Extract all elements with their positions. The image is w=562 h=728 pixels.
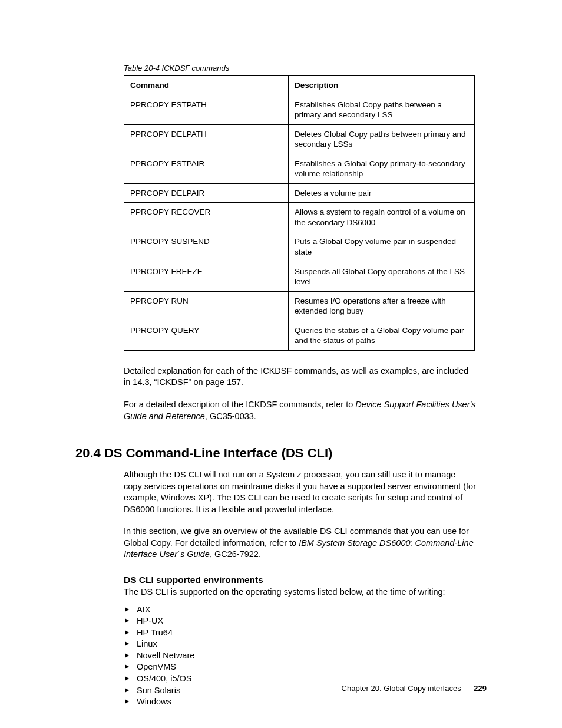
cmd-cell: PPRCOPY QUERY xyxy=(124,321,289,351)
header-command: Command xyxy=(124,75,289,95)
desc-cell: Deletes Global Copy paths between primar… xyxy=(289,124,475,154)
table-row: PPRCOPY DELPAIRDeletes a volume pair xyxy=(124,183,475,203)
cmd-cell: PPRCOPY RECOVER xyxy=(124,203,289,232)
cmd-cell: PPRCOPY ESTPATH xyxy=(124,95,289,124)
list-item: HP Tru64 xyxy=(124,627,476,639)
list-item: OS/400, i5/OS xyxy=(124,673,476,685)
list-item: Windows xyxy=(124,696,476,708)
table-row: PPRCOPY RECOVERAllows a system to regain… xyxy=(124,203,475,232)
text: , GC26-7922. xyxy=(210,549,261,559)
desc-cell: Allows a system to regain control of a v… xyxy=(289,203,475,232)
list-item: Linux xyxy=(124,638,476,650)
list-item: HP-UX xyxy=(124,615,476,627)
cmd-cell: PPRCOPY ESTPAIR xyxy=(124,154,289,183)
list-item: Novell Netware xyxy=(124,650,476,662)
paragraph: The DS CLI is supported on the operating… xyxy=(124,587,476,598)
desc-cell: Establishes a Global Copy primary-to-sec… xyxy=(289,154,475,183)
paragraph: For a detailed description of the ICKDSF… xyxy=(124,399,476,422)
page-footer: Chapter 20. Global Copy interfaces 229 xyxy=(342,684,487,693)
page-number: 229 xyxy=(474,684,487,693)
subsection-heading: DS CLI supported environments xyxy=(124,575,476,585)
table-row: PPRCOPY DELPATHDeletes Global Copy paths… xyxy=(124,124,475,154)
cmd-cell: PPRCOPY RUN xyxy=(124,291,289,321)
table-row: PPRCOPY ESTPATHEstablishes Global Copy p… xyxy=(124,95,475,124)
desc-cell: Suspends all Global Copy operations at t… xyxy=(289,262,475,291)
desc-cell: Puts a Global Copy volume pair in suspen… xyxy=(289,232,475,262)
table-row: PPRCOPY FREEZESuspends all Global Copy o… xyxy=(124,262,475,291)
cmd-cell: PPRCOPY DELPAIR xyxy=(124,183,289,203)
cmd-cell: PPRCOPY DELPATH xyxy=(124,124,289,154)
desc-cell: Deletes a volume pair xyxy=(289,183,475,203)
commands-table: Command Description PPRCOPY ESTPATHEstab… xyxy=(124,75,475,351)
table-caption: Table 20-4 ICKDSF commands xyxy=(124,64,476,73)
desc-cell: Establishes Global Copy paths between a … xyxy=(289,95,475,124)
text: For a detailed description of the ICKDSF… xyxy=(124,400,355,409)
desc-cell: Resumes I/O operations after a freeze wi… xyxy=(289,291,475,321)
desc-cell: Queries the status of a Global Copy volu… xyxy=(289,321,475,351)
table-row: PPRCOPY RUNResumes I/O operations after … xyxy=(124,291,475,321)
text: , GC35-0033. xyxy=(205,411,256,421)
table-row: PPRCOPY SUSPENDPuts a Global Copy volume… xyxy=(124,232,475,262)
table-row: PPRCOPY ESTPAIREstablishes a Global Copy… xyxy=(124,154,475,183)
list-item: AIX xyxy=(124,604,476,616)
table-row: PPRCOPY QUERYQueries the status of a Glo… xyxy=(124,321,475,351)
paragraph: In this section, we give an overview of … xyxy=(124,526,476,561)
section-heading: 20.4 DS Command-Line Interface (DS CLI) xyxy=(75,446,476,461)
cmd-cell: PPRCOPY FREEZE xyxy=(124,262,289,291)
list-item: OpenVMS xyxy=(124,661,476,673)
paragraph: Although the DS CLI will not run on a Sy… xyxy=(124,469,476,515)
header-description: Description xyxy=(289,75,475,95)
cmd-cell: PPRCOPY SUSPEND xyxy=(124,232,289,262)
paragraph: Detailed explanation for each of the ICK… xyxy=(124,365,476,388)
footer-chapter: Chapter 20. Global Copy interfaces xyxy=(342,684,461,693)
